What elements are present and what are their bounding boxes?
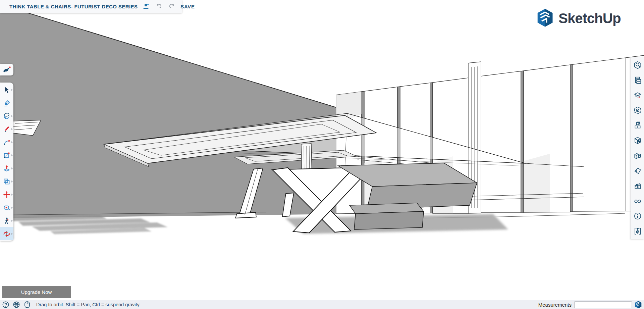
sketchup-logo: SketchUp xyxy=(536,8,621,29)
model-info-panel-icon[interactable] xyxy=(631,208,644,223)
display-panel-icon[interactable] xyxy=(631,193,644,208)
undo-icon[interactable] xyxy=(155,2,163,11)
help-icon[interactable] xyxy=(2,301,9,308)
language-globe-icon[interactable] xyxy=(13,301,20,308)
flyout-chevron-icon xyxy=(11,154,13,156)
document-title[interactable]: THINK TABLE & CHAIRS- FUTURIST DECO SERI… xyxy=(9,4,138,9)
flyout-chevron-icon xyxy=(11,141,13,143)
status-bar: Drag to orbit. Shift = Pan, Ctrl = suspe… xyxy=(0,300,644,309)
select-tool[interactable] xyxy=(0,83,13,96)
rectangle-tool[interactable] xyxy=(0,149,13,162)
top-bar: THINK TABLE & CHAIRS- FUTURIST DECO SERI… xyxy=(0,0,182,13)
floor-shadows-left xyxy=(9,215,168,234)
components-panel-icon[interactable] xyxy=(631,103,644,118)
save-button[interactable]: SAVE xyxy=(180,4,195,9)
flyout-chevron-icon xyxy=(11,181,13,183)
sketchup-mini-logo-icon xyxy=(635,301,642,308)
sketchup-logo-text: SketchUp xyxy=(558,10,621,27)
push-pull-tool[interactable] xyxy=(0,162,13,175)
3d-warehouse-panel-icon[interactable] xyxy=(631,118,644,133)
flyout-chevron-icon xyxy=(11,115,13,117)
labs-dog-tool[interactable] xyxy=(0,64,13,75)
pencil-tool[interactable] xyxy=(0,122,13,136)
sketchup-logo-icon xyxy=(536,8,554,29)
flyout-chevron-icon xyxy=(11,194,13,196)
flyout-chevron-icon xyxy=(11,220,13,222)
eraser-tool[interactable] xyxy=(0,96,13,109)
measurements-input[interactable] xyxy=(574,301,632,308)
instructor-panel-icon[interactable] xyxy=(631,88,644,103)
model-canvas[interactable] xyxy=(0,0,644,309)
add-location-panel-icon[interactable] xyxy=(631,223,644,239)
arc-tool[interactable] xyxy=(0,136,13,149)
left-toolbar xyxy=(0,83,13,241)
redo-icon[interactable] xyxy=(168,2,176,11)
entity-info-panel-icon[interactable] xyxy=(631,57,644,72)
mouse-icon xyxy=(23,301,31,308)
styles-panel-icon[interactable] xyxy=(631,133,644,148)
offset-tool[interactable] xyxy=(0,175,13,188)
status-hint: Drag to orbit. Shift = Pan, Ctrl = suspe… xyxy=(36,302,141,307)
flyout-chevron-icon xyxy=(11,233,13,235)
tape-measure-tool[interactable] xyxy=(0,201,13,214)
measurements-label: Measurements xyxy=(538,302,572,308)
orbit-tool[interactable] xyxy=(0,227,13,240)
add-collaborator-icon[interactable] xyxy=(142,2,150,11)
wall xyxy=(0,4,338,218)
paint-bucket-tool[interactable] xyxy=(0,109,13,122)
right-panel-rail xyxy=(631,57,644,239)
flyout-chevron-icon xyxy=(11,128,13,130)
flyout-chevron-icon xyxy=(11,207,13,209)
materials-panel-icon[interactable] xyxy=(631,148,644,163)
flyout-chevron-icon xyxy=(11,89,13,91)
flyout-chevron-icon xyxy=(11,167,13,169)
upgrade-now-button[interactable]: Upgrade Now xyxy=(2,286,71,298)
move-tool[interactable] xyxy=(0,188,13,201)
scenes-panel-icon[interactable] xyxy=(631,178,644,193)
walk-tool[interactable] xyxy=(0,214,13,227)
tags-panel-icon[interactable] xyxy=(631,163,644,178)
outliner-panel-icon[interactable] xyxy=(631,72,644,88)
